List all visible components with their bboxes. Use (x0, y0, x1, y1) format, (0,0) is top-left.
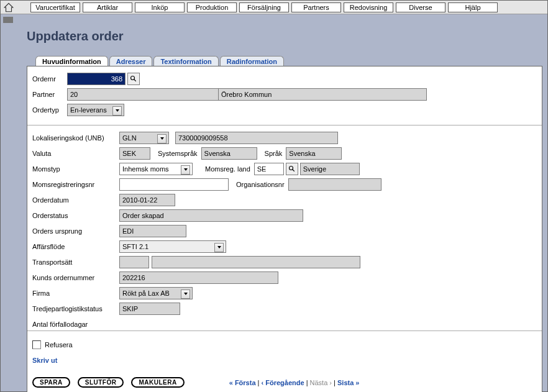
nav-next: Nästa › (310, 379, 332, 386)
affarsflode-label: Affärsflöde (32, 243, 119, 250)
transportsatt-label: Transportsätt (32, 258, 119, 266)
topbar: Varucertifikat Artiklar Inköp Produktion… (1, 1, 547, 14)
momsreg-land-search-icon[interactable] (286, 163, 298, 175)
transportsatt-name-field (152, 256, 360, 268)
firma-label: Firma (32, 289, 119, 297)
main-panel: Ordernr 368 Partner 20 Örebro Kommun Ord… (27, 66, 542, 392)
menu-varucertifikat[interactable]: Varucertifikat (30, 2, 80, 12)
ordernr-search-icon[interactable] (127, 73, 140, 85)
systemsprak-field[interactable]: Svenska (201, 147, 257, 160)
orders-ursprung-field: EDI (119, 225, 186, 237)
left-toolbar (3, 17, 14, 24)
menu-partners[interactable]: Partners (291, 2, 341, 12)
top-menu: Varucertifikat Artiklar Inköp Produktion… (18, 2, 498, 12)
orders-ursprung-label: Orders ursprung (32, 227, 119, 235)
tab-strip: Huvudinformation Adresser Textinformatio… (35, 54, 285, 66)
nav-last[interactable]: Sista » (337, 379, 359, 386)
orderdatum-field[interactable]: 2010-01-22 (119, 194, 175, 206)
orderdatum-label: Orderdatum (32, 196, 119, 204)
forfallodagar-label: Antal förfallodagar (32, 321, 119, 328)
detail-section: Lokaliseringskod (UNB) GLN 7300009009558… (27, 125, 542, 330)
partner-label: Partner (32, 91, 67, 98)
menu-artiklar[interactable]: Artiklar (83, 2, 132, 12)
affarsflode-select[interactable]: SFTI 2.1 (119, 240, 226, 253)
record-navigation: « Första | ‹ Föregående | Nästa › | Sist… (229, 379, 360, 386)
menu-diverse[interactable]: Diverse (396, 2, 445, 12)
tab-adresser[interactable]: Adresser (109, 56, 153, 66)
svg-line-3 (293, 170, 295, 171)
momsregnr-label: Momsregistreringsnr (32, 181, 119, 188)
kunds-ordernr-label: Kunds ordernummer (32, 274, 119, 281)
ordertyp-label: Ordertyp (32, 106, 67, 114)
momsreg-land-code-field[interactable]: SE (254, 163, 284, 175)
valuta-label: Valuta (32, 150, 119, 157)
valuta-field[interactable]: SEK (119, 147, 150, 160)
orgnr-label: Organisationsnr (236, 181, 285, 188)
footer-section: Refusera Skriv ut SPARA SLUTFÖR MAKULERA… (27, 330, 542, 392)
page-title: Uppdatera order (27, 29, 124, 43)
ordertyp-select[interactable]: En-leverans (67, 104, 124, 116)
left-toolbar-icon[interactable] (3, 17, 13, 23)
firma-select[interactable]: Rökt på Lax AB (119, 287, 193, 299)
kunds-ordernr-field[interactable]: 202216 (119, 271, 278, 284)
app-window: Varucertifikat Artiklar Inköp Produktion… (0, 0, 548, 392)
tredjeparts-label: Tredjepartlogistikstatus (32, 305, 126, 312)
menu-forsaljning[interactable]: Försäljning (239, 2, 289, 12)
spara-button[interactable]: SPARA (32, 377, 70, 388)
ordernr-label: Ordernr (32, 75, 67, 83)
ordernr-input[interactable]: 368 (68, 73, 125, 84)
orgnr-field[interactable] (288, 178, 381, 191)
tredjeparts-field: SKIP (119, 303, 180, 315)
nav-prev[interactable]: ‹ Föregående (261, 379, 304, 386)
lokaliseringskod-type-select[interactable]: GLN (119, 132, 169, 144)
sprak-field[interactable]: Svenska (286, 147, 342, 160)
refusera-checkbox[interactable] (32, 340, 41, 349)
svg-point-0 (131, 76, 135, 80)
menu-produktion[interactable]: Produktion (187, 2, 237, 12)
slutfor-button[interactable]: SLUTFÖR (78, 377, 124, 388)
lokaliseringskod-label: Lokaliseringskod (UNB) (32, 134, 119, 142)
svg-point-2 (289, 166, 293, 170)
menu-hjalp[interactable]: Hjälp (448, 2, 498, 12)
makulera-button[interactable]: MAKULERA (131, 377, 184, 388)
momsreg-land-name-field: Sverige (300, 163, 360, 175)
partner-code-field[interactable]: 20 (67, 88, 219, 101)
momsregnr-field[interactable] (119, 178, 229, 191)
orderstatus-label: Orderstatus (32, 212, 119, 219)
nav-first[interactable]: « Första (229, 379, 256, 386)
menu-inkop[interactable]: Inköp (135, 2, 185, 12)
partner-name-field: Örebro Kommun (218, 88, 427, 101)
momstyp-select[interactable]: Inhemsk moms (119, 163, 193, 175)
home-icon[interactable] (3, 2, 14, 13)
transportsatt-code-field[interactable] (119, 256, 149, 268)
tab-textinformation[interactable]: Textinformation (153, 56, 218, 66)
skriv-ut-link[interactable]: Skriv ut (32, 357, 57, 364)
tab-huvudinformation[interactable]: Huvudinformation (35, 56, 108, 66)
systemsprak-label: Systemspråk (158, 150, 198, 157)
lokaliseringskod-value-field[interactable]: 7300009009558 (175, 132, 338, 144)
header-section: Ordernr 368 Partner 20 Örebro Kommun Ord… (27, 66, 542, 125)
menu-redovisning[interactable]: Redovisning (344, 2, 393, 12)
orderstatus-field: Order skapad (119, 209, 303, 222)
sprak-label: Språk (265, 150, 283, 157)
tab-radinformation[interactable]: Radinformation (220, 56, 284, 66)
momstyp-label: Momstyp (32, 165, 119, 173)
svg-line-1 (134, 80, 136, 81)
refusera-label: Refusera (45, 341, 73, 349)
momsreg-land-label: Momsreg. land (205, 165, 250, 173)
